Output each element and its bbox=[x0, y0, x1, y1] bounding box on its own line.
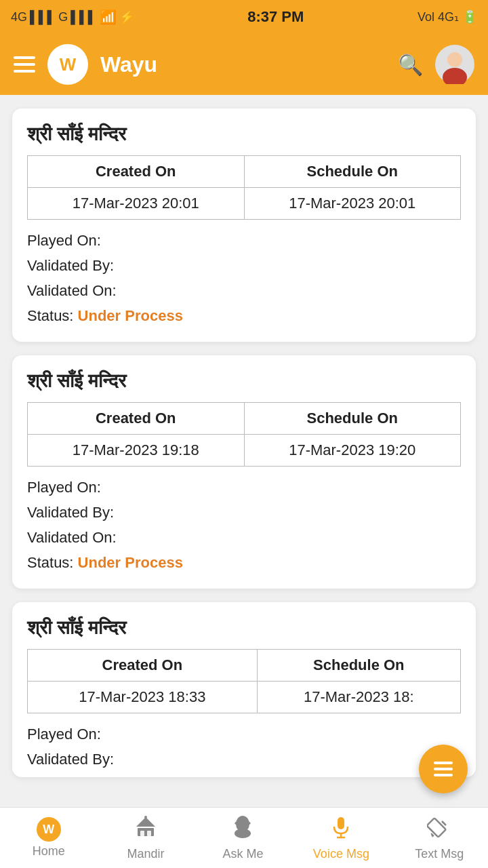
svg-marker-6 bbox=[136, 817, 155, 827]
content-area: श्री साँई मन्दिर Created On Schedule On … bbox=[0, 95, 488, 845]
textmsg-pencil-icon bbox=[427, 814, 451, 844]
card-2-status: Status: Under Process bbox=[27, 551, 461, 574]
usb-icon: ⚡ bbox=[119, 9, 134, 24]
nav-item-askme[interactable]: Ask Me bbox=[216, 814, 270, 861]
fab-menu-icon bbox=[434, 762, 453, 776]
home-wayu-icon: W bbox=[37, 817, 61, 842]
svg-rect-3 bbox=[138, 828, 154, 836]
card-2-played-on: Played On: bbox=[27, 476, 461, 498]
card-1-played-on: Played On: bbox=[27, 229, 461, 252]
card-1-title: श्री साँई मन्दिर bbox=[27, 123, 461, 146]
nav-item-mandir[interactable]: Mandir bbox=[119, 814, 173, 861]
header-right: 🔍 bbox=[398, 45, 474, 84]
svg-rect-4 bbox=[140, 831, 144, 836]
card-2-col-created: Created On bbox=[28, 403, 245, 435]
card-3-col-schedule: Schedule On bbox=[257, 650, 460, 682]
card-2-created-val: 17-Mar-2023 19:18 bbox=[28, 435, 245, 467]
signal-g: G bbox=[58, 10, 68, 24]
askme-icon bbox=[230, 814, 255, 844]
card-1-col-schedule: Schedule On bbox=[244, 156, 461, 188]
card-1-created-val: 17-Mar-2023 20:01 bbox=[28, 188, 245, 220]
mandir-icon bbox=[134, 814, 158, 844]
card-1-info: Played On: Validated By: Validated On: S… bbox=[27, 229, 461, 327]
card-2-table: Created On Schedule On 17-Mar-2023 19:18… bbox=[27, 402, 461, 467]
card-3-validated-by: Validated By: bbox=[27, 748, 461, 770]
fab-menu-button[interactable] bbox=[419, 745, 468, 793]
signal-bars-2: ▌▌▌ bbox=[70, 10, 96, 24]
nav-label-home: Home bbox=[33, 844, 65, 859]
card-3-info: Played On: Validated By: bbox=[27, 723, 461, 770]
svg-rect-5 bbox=[147, 831, 151, 836]
card-1-status-value: Under Process bbox=[78, 307, 183, 324]
card-2-status-value: Under Process bbox=[78, 554, 183, 571]
card-3-table: Created On Schedule On 17-Mar-2023 18:33… bbox=[27, 649, 461, 713]
app-logo: W bbox=[47, 44, 88, 85]
voicemsg-mic-icon bbox=[329, 814, 353, 844]
card-3-created-val: 17-Mar-2023 18:33 bbox=[28, 682, 258, 713]
svg-point-9 bbox=[235, 829, 251, 838]
card-1: श्री साँई मन्दिर Created On Schedule On … bbox=[12, 108, 476, 342]
nav-label-askme: Ask Me bbox=[222, 847, 263, 861]
card-2-title: श्री साँई मन्दिर bbox=[27, 370, 461, 393]
card-1-validated-by: Validated By: bbox=[27, 254, 461, 277]
nav-label-textmsg: Text Msg bbox=[415, 847, 464, 861]
vol-4g1-icon: Vol 4G₁ 🔋 bbox=[418, 10, 477, 24]
card-3-col-created: Created On bbox=[28, 650, 258, 682]
status-bar: 4G ▌▌▌ G ▌▌▌ 📶 ⚡ 8:37 PM Vol 4G₁ 🔋 bbox=[0, 0, 488, 34]
svg-point-1 bbox=[447, 52, 462, 67]
card-3-played-on: Played On: bbox=[27, 723, 461, 745]
svg-rect-7 bbox=[144, 816, 147, 818]
card-1-table: Created On Schedule On 17-Mar-2023 20:01… bbox=[27, 155, 461, 220]
card-2-validated-on: Validated On: bbox=[27, 526, 461, 549]
card-2-col-schedule: Schedule On bbox=[244, 403, 461, 435]
card-2-info: Played On: Validated By: Validated On: S… bbox=[27, 476, 461, 574]
avatar[interactable] bbox=[435, 45, 474, 84]
nav-item-textmsg[interactable]: Text Msg bbox=[412, 814, 466, 861]
status-bar-time: 8:37 PM bbox=[247, 8, 304, 26]
nav-label-mandir: Mandir bbox=[127, 847, 165, 861]
svg-rect-12 bbox=[338, 817, 344, 829]
app-header: W Wayu 🔍 bbox=[0, 34, 488, 95]
status-bar-signals: 4G ▌▌▌ G ▌▌▌ 📶 ⚡ bbox=[11, 9, 134, 25]
hamburger-menu-icon[interactable] bbox=[14, 56, 35, 73]
wifi-icon: 📶 bbox=[100, 9, 117, 25]
card-1-validated-on: Validated On: bbox=[27, 279, 461, 302]
card-3: श्री साँई मन्दिर Created On Schedule On … bbox=[12, 602, 476, 777]
card-2-validated-by: Validated By: bbox=[27, 501, 461, 524]
nav-label-voicemsg: Voice Msg bbox=[313, 847, 369, 861]
signal-4g: 4G bbox=[11, 10, 27, 24]
nav-item-home[interactable]: W Home bbox=[22, 817, 76, 859]
app-title: Wayu bbox=[100, 52, 157, 77]
svg-rect-15 bbox=[427, 818, 446, 837]
search-icon[interactable]: 🔍 bbox=[398, 53, 423, 77]
header-left: W Wayu bbox=[14, 44, 157, 85]
nav-item-voicemsg[interactable]: Voice Msg bbox=[313, 814, 369, 861]
signal-bars-1: ▌▌▌ bbox=[30, 10, 56, 24]
status-bar-network: Vol 4G₁ 🔋 bbox=[418, 9, 477, 24]
card-3-schedule-val: 17-Mar-2023 18: bbox=[257, 682, 460, 713]
card-1-col-created: Created On bbox=[28, 156, 245, 188]
card-1-status: Status: Under Process bbox=[27, 304, 461, 327]
svg-line-16 bbox=[442, 821, 446, 825]
card-3-title: श्री साँई मन्दिर bbox=[27, 617, 461, 639]
card-1-schedule-val: 17-Mar-2023 20:01 bbox=[244, 188, 461, 220]
card-2-schedule-val: 17-Mar-2023 19:20 bbox=[244, 435, 461, 467]
card-2: श्री साँई मन्दिर Created On Schedule On … bbox=[12, 355, 476, 589]
bottom-navigation: W Home Mandir Ask Me bbox=[0, 807, 488, 868]
